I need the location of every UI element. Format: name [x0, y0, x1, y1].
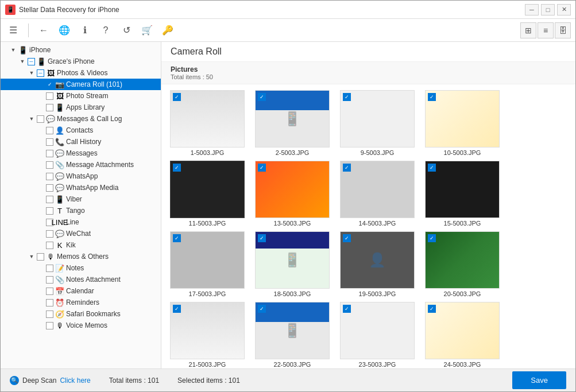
- cart-button[interactable]: 🛒: [139, 22, 155, 38]
- check-safari[interactable]: [46, 311, 53, 318]
- sidebar-item-call-history[interactable]: 📞 Call History: [1, 136, 161, 148]
- photo-checkbox[interactable]: ✓: [428, 93, 436, 101]
- check-contacts[interactable]: [46, 127, 53, 134]
- check-apps[interactable]: [46, 104, 53, 111]
- sidebar-item-notes[interactable]: 📝 Notes: [1, 262, 161, 274]
- voice-icon: 🎙: [55, 321, 64, 330]
- check-wam[interactable]: [46, 184, 53, 192]
- click-here-link[interactable]: Click here: [60, 377, 90, 385]
- grid-view-button[interactable]: ⊞: [520, 22, 536, 38]
- maximize-button[interactable]: □: [541, 4, 555, 15]
- toggle-graces: ▼: [19, 58, 26, 65]
- content-header: Camera Roll: [161, 42, 575, 62]
- notes-icon: 📝: [55, 263, 64, 273]
- check-wechat[interactable]: [46, 230, 53, 238]
- sidebar-item-messages-call[interactable]: ▼ 💬 Messages & Call Log: [1, 113, 161, 125]
- photo-checkbox[interactable]: ✓: [258, 234, 266, 242]
- sidebar-item-wechat[interactable]: 💬 WeChat: [1, 228, 161, 239]
- list-item: ✓13-5003.JPG: [252, 161, 333, 227]
- sidebar-item-whatsapp-media[interactable]: 💬 WhatsApp Media: [1, 182, 161, 193]
- kik-icon: K: [55, 240, 64, 250]
- sidebar-item-reminders[interactable]: ⏰ Reminders: [1, 297, 161, 308]
- photo-checkbox[interactable]: ✓: [173, 93, 181, 101]
- photo-checkbox[interactable]: ✓: [173, 164, 181, 172]
- sidebar-item-iphone[interactable]: ▼ 📱 iPhone: [1, 44, 161, 56]
- sidebar-item-messages[interactable]: 💬 Messages: [1, 148, 161, 159]
- toggle-viber: [37, 196, 44, 203]
- sidebar-item-photo-stream[interactable]: 🖼 Photo Stream: [1, 90, 161, 102]
- detail-view-button[interactable]: 🗄: [555, 22, 571, 38]
- sidebar-item-kik[interactable]: K Kik: [1, 239, 161, 251]
- check-stream[interactable]: [46, 92, 53, 100]
- photo-filename: 9-5003.JPG: [361, 149, 395, 156]
- check-photos[interactable]: ─: [37, 69, 44, 77]
- minimize-button[interactable]: ─: [525, 4, 539, 15]
- check-memos[interactable]: [37, 253, 44, 261]
- sidebar-item-msg-attachments[interactable]: 📎 Message Attachments: [1, 159, 161, 170]
- photo-checkbox[interactable]: ✓: [428, 234, 436, 242]
- check-rem[interactable]: [46, 299, 53, 306]
- menu-button[interactable]: ☰: [5, 22, 21, 38]
- check-viber[interactable]: [46, 196, 53, 203]
- photo-checkbox[interactable]: ✓: [343, 93, 351, 101]
- check-camera[interactable]: ✓: [46, 81, 53, 88]
- sidebar-item-camera-roll[interactable]: ✓ 📷 Camera Roll (101): [1, 79, 161, 90]
- photo-checkbox[interactable]: ✓: [343, 164, 351, 172]
- photo-checkbox[interactable]: ✓: [173, 234, 181, 242]
- check-voice[interactable]: [46, 322, 53, 329]
- calendar-icon: 📅: [55, 286, 64, 296]
- sidebar-item-voice-memos[interactable]: 🎙 Voice Memos: [1, 320, 161, 331]
- check-cal[interactable]: [46, 288, 53, 295]
- photo-checkbox[interactable]: ✓: [258, 164, 266, 172]
- sidebar-item-graces-iphone[interactable]: ▼ ─ 📱 Grace's iPhone: [1, 56, 161, 67]
- sidebar-item-tango[interactable]: T Tango: [1, 205, 161, 216]
- refresh-button[interactable]: ↺: [118, 22, 134, 38]
- info-button[interactable]: ℹ: [77, 22, 93, 38]
- toggle-stream: [37, 92, 44, 99]
- check-graces[interactable]: ─: [28, 58, 35, 65]
- sidebar-item-notes-attachment[interactable]: 📎 Notes Attachment: [1, 274, 161, 285]
- sidebar-item-apps-library[interactable]: 📱 Apps Library: [1, 102, 161, 113]
- check-attach[interactable]: [46, 161, 53, 169]
- sidebar-item-contacts[interactable]: 👤 Contacts: [1, 125, 161, 136]
- back-button[interactable]: ←: [36, 22, 52, 38]
- app-icon: 📱: [5, 5, 16, 15]
- whatsapp-label: WhatsApp: [66, 172, 98, 180]
- web-button[interactable]: 🌐: [56, 22, 72, 38]
- check-tango[interactable]: [46, 207, 53, 215]
- phone-icon: 📱: [37, 57, 46, 66]
- help-button[interactable]: ?: [98, 22, 114, 38]
- sidebar-item-line[interactable]: LINE Line: [1, 216, 161, 228]
- sidebar-item-calendar[interactable]: 📅 Calendar: [1, 285, 161, 297]
- check-notes-attach[interactable]: [46, 276, 53, 284]
- check-wa[interactable]: [46, 173, 53, 180]
- photo-checkbox[interactable]: ✓: [173, 305, 181, 313]
- save-button[interactable]: Save: [512, 371, 566, 389]
- check-kik[interactable]: [46, 242, 53, 249]
- photo-checkbox[interactable]: ✓: [428, 305, 436, 313]
- photo-checkbox[interactable]: ✓: [258, 305, 266, 313]
- key-button[interactable]: 🔑: [160, 22, 176, 38]
- sidebar-item-whatsapp[interactable]: 💬 WhatsApp: [1, 170, 161, 182]
- photo-checkbox[interactable]: ✓: [343, 305, 351, 313]
- sidebar-item-photos-videos[interactable]: ▼ ─ 🖼 Photos & Videos: [1, 67, 161, 79]
- sidebar-item-memos-others[interactable]: ▼ 🎙 Memos & Others: [1, 251, 161, 262]
- check-call[interactable]: [46, 138, 53, 146]
- list-view-button[interactable]: ≡: [538, 22, 554, 38]
- messages-label: Messages: [66, 149, 98, 157]
- list-item: ✓15-5003.JPG: [422, 161, 502, 227]
- deep-scan-label: Deep Scan: [22, 377, 56, 385]
- photo-checkbox[interactable]: ✓: [343, 234, 351, 242]
- check-messages-call[interactable]: [37, 115, 44, 123]
- list-item: ✓10-5003.JPG: [422, 90, 502, 156]
- photo-checkbox[interactable]: ✓: [258, 93, 266, 101]
- check-msg[interactable]: [46, 150, 53, 157]
- photo-checkbox[interactable]: ✓: [428, 164, 436, 172]
- toolbar: ☰ ← 🌐 ℹ ? ↺ 🛒 🔑 ⊞ ≡ 🗄: [1, 19, 575, 42]
- check-notes[interactable]: [46, 265, 53, 272]
- sidebar-item-viber[interactable]: 📱 Viber: [1, 193, 161, 205]
- notes-attach-icon: 📎: [55, 275, 64, 284]
- close-button[interactable]: ✕: [557, 4, 571, 15]
- list-item: ✓21-5003.JPG: [167, 302, 248, 368]
- sidebar-item-safari[interactable]: 🧭 Safari Bookmarks: [1, 308, 161, 320]
